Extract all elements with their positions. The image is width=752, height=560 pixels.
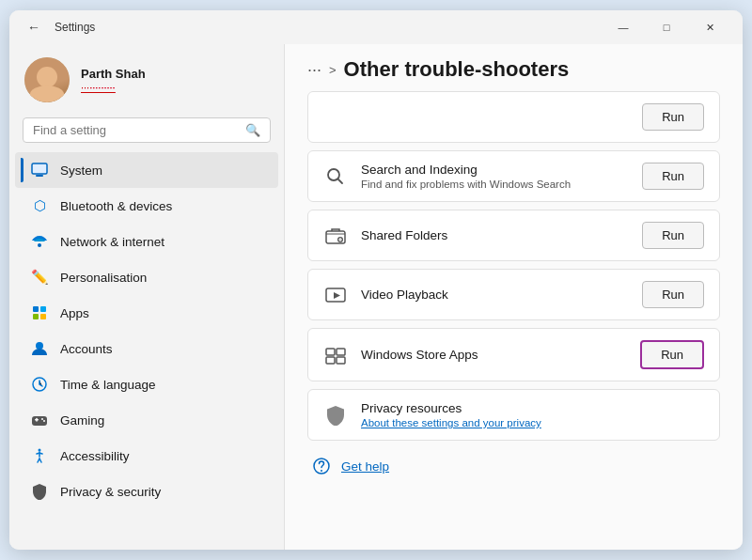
video-playback-info: Video Playback (361, 288, 629, 302)
apps-label: Apps (60, 306, 89, 320)
bluetooth-icon: ⬡ (30, 196, 49, 215)
svg-point-15 (328, 169, 339, 180)
search-indexing-desc: Find and fix problems with Windows Searc… (361, 179, 629, 190)
privacy-resources-row: Privacy resources About these settings a… (307, 389, 720, 441)
windows-store-name: Windows Store Apps (361, 348, 627, 362)
sidebar-item-gaming[interactable]: Gaming (15, 402, 278, 438)
sidebar-item-bluetooth[interactable]: ⬡ Bluetooth & devices (15, 188, 278, 224)
svg-rect-22 (326, 357, 335, 364)
svg-rect-21 (337, 349, 345, 355)
time-icon (30, 375, 49, 394)
network-icon (30, 232, 49, 251)
get-help-link[interactable]: Get help (341, 459, 389, 474)
sidebar: Parth Shah ············ 🔍 System ⬡ Bluet… (9, 44, 284, 550)
search-indexing-row: Search and Indexing Find and fix problem… (307, 150, 720, 202)
sidebar-item-accounts[interactable]: Accounts (15, 331, 278, 366)
titlebar: ← Settings — □ ✕ (9, 10, 743, 44)
maximize-button[interactable]: □ (645, 10, 688, 44)
search-icon: 🔍 (245, 123, 260, 137)
time-label: Time & language (60, 378, 156, 392)
svg-marker-19 (334, 292, 340, 299)
settings-window: ← Settings — □ ✕ Parth Shah ············… (9, 10, 743, 550)
privacy-resources-link[interactable]: About these settings and your privacy (361, 417, 704, 428)
svg-point-13 (43, 420, 45, 422)
privacy-icon (30, 482, 49, 501)
user-email: ············ (81, 82, 146, 93)
privacy-label: Privacy & security (60, 485, 161, 499)
shared-folders-info: Shared Folders (361, 228, 629, 242)
shared-folders-row: Shared Folders Run (307, 210, 720, 261)
svg-point-12 (41, 418, 43, 420)
troubleshooters-list: Run Search and Indexing Find and fix pro… (285, 91, 743, 550)
svg-rect-5 (33, 314, 39, 319)
svg-rect-1 (36, 175, 43, 177)
get-help-row: Get help (307, 448, 720, 476)
gaming-label: Gaming (60, 413, 104, 428)
network-label: Network & internet (60, 235, 164, 249)
main-header: ··· > Other trouble-shooters (285, 44, 743, 91)
avatar-image (24, 57, 70, 102)
sidebar-item-accessibility[interactable]: Accessibility (15, 438, 278, 474)
get-help-icon (311, 456, 332, 476)
close-button[interactable]: ✕ (688, 10, 731, 44)
avatar (24, 57, 70, 102)
partial-row: Run (307, 91, 720, 143)
shared-folders-name: Shared Folders (361, 228, 629, 242)
search-indexing-icon (323, 164, 348, 189)
accessibility-icon (30, 446, 49, 465)
sidebar-item-personalisation[interactable]: ✏️ Personalisation (15, 259, 278, 295)
video-playback-icon (323, 283, 348, 307)
accounts-label: Accounts (60, 342, 113, 356)
search-indexing-name: Search and Indexing (361, 163, 629, 177)
windows-store-info: Windows Store Apps (361, 348, 627, 362)
window-title: Settings (55, 21, 594, 34)
content-area: Parth Shah ············ 🔍 System ⬡ Bluet… (9, 44, 743, 550)
search-indexing-info: Search and Indexing Find and fix problem… (361, 163, 629, 190)
apps-icon (30, 303, 49, 322)
gaming-icon (30, 411, 49, 429)
windows-store-run-button[interactable]: Run (640, 340, 704, 369)
bluetooth-label: Bluetooth & devices (60, 199, 172, 213)
sidebar-item-apps[interactable]: Apps (15, 295, 278, 331)
back-button[interactable]: ← (21, 14, 47, 40)
user-name: Parth Shah (81, 67, 146, 81)
sidebar-item-network[interactable]: Network & internet (15, 224, 278, 259)
search-box[interactable]: 🔍 (23, 117, 271, 143)
windows-store-apps-row: Windows Store Apps Run (307, 328, 720, 381)
sidebar-item-time[interactable]: Time & language (15, 366, 278, 402)
svg-rect-3 (33, 306, 39, 312)
privacy-resources-info: Privacy resources About these settings a… (361, 401, 704, 428)
video-playback-run-button[interactable]: Run (642, 281, 704, 308)
svg-rect-20 (326, 349, 335, 355)
personalisation-label: Personalisation (60, 271, 147, 285)
system-label: System (60, 163, 102, 178)
nav-items: System ⬡ Bluetooth & devices Network & i… (9, 150, 284, 511)
minimize-button[interactable]: — (602, 10, 645, 44)
svg-rect-23 (337, 357, 345, 364)
shared-folders-icon (323, 224, 348, 248)
video-playback-name: Video Playback (361, 288, 629, 302)
breadcrumb-dots[interactable]: ··· (307, 60, 321, 80)
svg-point-25 (321, 470, 322, 472)
svg-point-2 (38, 243, 41, 247)
main-content: ··· > Other trouble-shooters Run Search … (284, 44, 743, 550)
page-title: Other trouble-shooters (344, 57, 570, 82)
svg-rect-4 (40, 306, 46, 312)
svg-point-7 (36, 342, 43, 350)
sidebar-item-system[interactable]: System (15, 152, 278, 188)
partial-run-button[interactable]: Run (642, 103, 704, 131)
search-input[interactable] (33, 123, 238, 137)
shared-folders-run-button[interactable]: Run (642, 222, 704, 249)
breadcrumb-chevron: > (329, 63, 337, 77)
accounts-icon (30, 339, 49, 358)
accessibility-label: Accessibility (60, 449, 130, 463)
windows-store-icon (323, 343, 348, 367)
sidebar-item-privacy[interactable]: Privacy & security (15, 474, 278, 509)
svg-rect-6 (40, 314, 46, 319)
system-icon (30, 161, 49, 179)
window-controls: — □ ✕ (602, 10, 731, 44)
user-info: Parth Shah ············ (81, 67, 146, 93)
personalisation-icon: ✏️ (30, 268, 49, 287)
search-indexing-run-button[interactable]: Run (642, 163, 704, 190)
svg-point-14 (39, 449, 41, 452)
